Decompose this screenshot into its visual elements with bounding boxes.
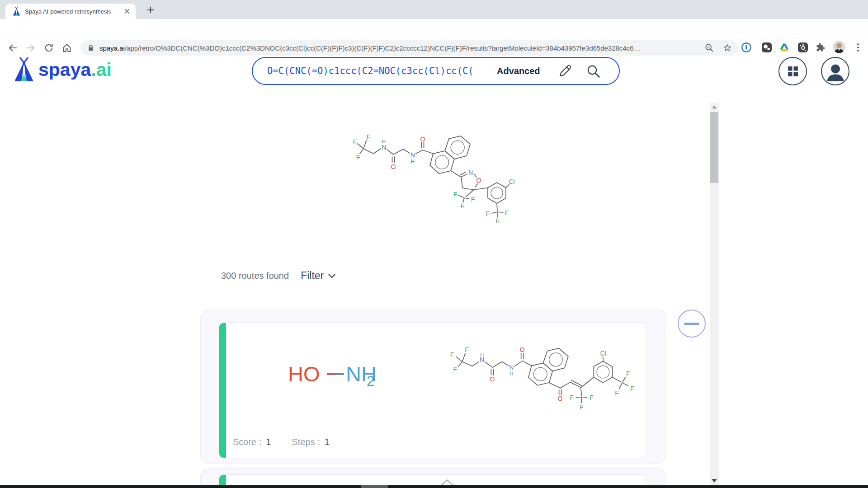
filter-dropdown[interactable]: Filter [301, 270, 335, 282]
svg-text:O: O [476, 177, 481, 184]
back-button[interactable] [7, 42, 18, 53]
address-bar[interactable]: spaya.ai/app/retro/O%3DC(CNC(%3DO)c1ccc(… [80, 40, 738, 56]
smiles-input[interactable] [267, 66, 493, 76]
browser-window: Spaya AI-powered retrosynthesis [0, 0, 868, 488]
svg-text:F: F [570, 394, 574, 401]
route-metrics: Score : 1 Steps : 1 [233, 437, 330, 447]
svg-text:N: N [410, 151, 415, 159]
svg-text:F: F [486, 210, 490, 217]
svg-text:F: F [615, 389, 618, 397]
svg-text:N: N [480, 356, 484, 363]
svg-text:F: F [356, 154, 360, 161]
svg-text:F: F [496, 217, 500, 225]
precursor-molecule-drawing: F F F H N O N H O O F F F Cl F F F [443, 340, 644, 416]
svg-text:O: O [391, 163, 396, 170]
spaya-tent-icon [14, 57, 34, 82]
zoom-level-icon[interactable] [704, 43, 714, 53]
svg-text:N: N [468, 169, 473, 176]
svg-text:N: N [509, 364, 514, 371]
url-ellipsis: … [634, 44, 641, 52]
svg-text:F: F [465, 346, 468, 353]
spaya-logo[interactable]: spaya .ai [14, 57, 112, 82]
svg-text:HO: HO [288, 362, 320, 386]
svg-text:F: F [471, 196, 475, 203]
svg-text:F: F [590, 394, 593, 401]
scrollbar-thumb[interactable] [710, 112, 718, 183]
route-score-bar [219, 323, 226, 458]
score-label: Score : [233, 437, 261, 447]
tab-close-icon[interactable] [123, 7, 131, 15]
svg-text:F: F [626, 370, 630, 377]
apps-grid-icon [787, 65, 799, 78]
steps-label: Steps : [292, 437, 320, 447]
svg-text:F: F [453, 366, 457, 373]
svg-text:F: F [453, 191, 458, 198]
lock-icon[interactable] [87, 44, 95, 52]
zoom-out-button[interactable] [678, 310, 706, 338]
svg-text:H: H [509, 371, 513, 376]
logo-suffix: .ai [91, 59, 112, 80]
search-icon[interactable] [586, 64, 600, 78]
browser-toolbar: spaya.ai/app/retro/O%3DC(CNC(%3DO)c1ccc(… [0, 19, 868, 38]
svg-text:F: F [580, 404, 583, 411]
forward-button[interactable] [25, 42, 36, 53]
routes-count: 300 routes found [221, 271, 289, 281]
chevron-down-icon [328, 274, 335, 278]
filter-label: Filter [301, 270, 324, 282]
svg-text:N: N [382, 144, 386, 151]
scrollbar-up-arrow[interactable] [712, 106, 717, 108]
svg-text:F: F [450, 351, 454, 358]
advanced-link[interactable]: Advanced [497, 66, 540, 76]
reload-button[interactable] [43, 42, 54, 53]
spaya-favicon [13, 7, 20, 16]
browser-profile-avatar[interactable] [833, 41, 845, 53]
onepassword-extension-icon[interactable] [741, 42, 752, 53]
url-domain: spaya.ai [99, 44, 125, 52]
svg-text:F: F [630, 385, 634, 392]
svg-text:O: O [490, 375, 495, 383]
tab-title: Spaya AI-powered retrosynthesis [25, 8, 112, 15]
hydroxylamine-drawing: HO NH 2 [288, 360, 377, 389]
svg-text:2: 2 [367, 373, 374, 389]
camera-extension-icon[interactable] [761, 42, 772, 53]
edit-pencil-icon[interactable] [557, 64, 572, 78]
target-molecule-drawing: F F F H N O N H O N O F F F Cl F F F [346, 127, 518, 228]
scrollbar-down-arrow[interactable] [712, 479, 717, 483]
svg-text:F: F [367, 133, 371, 141]
profile-button[interactable] [821, 57, 849, 85]
svg-text:F: F [461, 202, 465, 210]
smiles-search-bar[interactable]: Advanced [252, 57, 620, 85]
google-drive-extension-icon[interactable] [779, 42, 789, 52]
score-value: 1 [266, 437, 271, 447]
bottom-edge-bar [0, 485, 868, 488]
hubspot-extension-icon[interactable] [797, 42, 808, 53]
apps-grid-button[interactable] [778, 57, 807, 85]
new-tab-button[interactable] [144, 3, 157, 17]
url-path: /app/retro/O%3DC(CNC(%3DO)c1ccc(C2%3DNOC… [125, 44, 634, 52]
extensions-puzzle-icon[interactable] [816, 42, 826, 53]
browser-menu-icon[interactable] [853, 42, 863, 53]
tab-strip: Spaya AI-powered retrosynthesis [0, 0, 868, 19]
logo-word: spaya [38, 59, 91, 80]
svg-text:F: F [353, 138, 357, 145]
svg-text:Cl: Cl [600, 350, 606, 357]
bottom-edge-segment [361, 485, 388, 488]
steps-value: 1 [325, 437, 330, 447]
minus-icon [684, 323, 699, 325]
svg-text:O: O [520, 346, 525, 353]
svg-text:O: O [558, 395, 563, 402]
svg-text:H: H [411, 159, 415, 164]
home-button[interactable] [61, 42, 72, 53]
person-icon [822, 58, 849, 84]
svg-text:O: O [420, 136, 425, 143]
url-text: spaya.ai/app/retro/O%3DC(CNC(%3DO)c1ccc(… [99, 44, 641, 52]
tab-title-fade [108, 8, 123, 16]
svg-text:F: F [505, 209, 509, 216]
svg-text:Cl: Cl [509, 178, 514, 185]
bookmark-star-icon[interactable] [722, 43, 732, 53]
browser-tab[interactable]: Spaya AI-powered retrosynthesis [5, 4, 136, 19]
